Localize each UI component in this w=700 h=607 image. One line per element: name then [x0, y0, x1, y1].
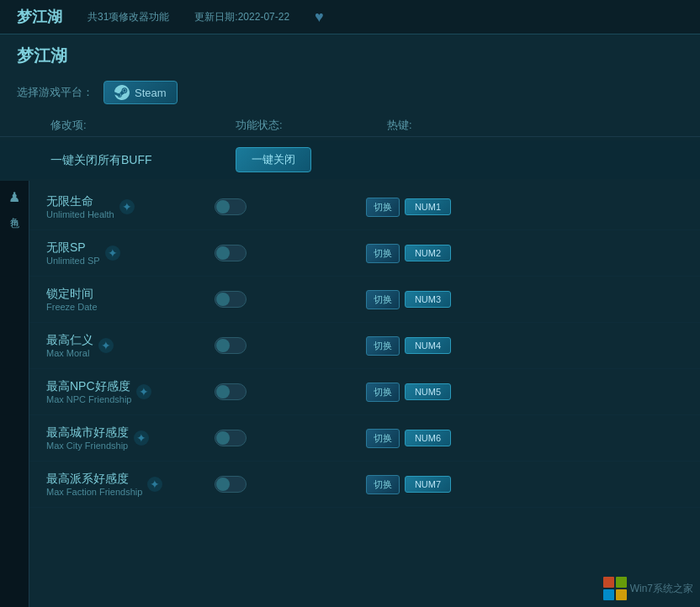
item-zh-name: 最高NPC好感度	[46, 379, 131, 394]
platform-label: 选择游戏平台：	[17, 85, 93, 100]
toggle-switch[interactable]	[215, 245, 247, 261]
table-header: 修改项: 功能状态: 热键:	[0, 111, 700, 137]
toggle-switch[interactable]	[215, 337, 247, 354]
star-icon: ✦	[98, 338, 114, 353]
steam-icon	[114, 85, 130, 100]
items-list: 无限生命 Unlimited Health ✦ 切换 NUM1 无限SP Unl…	[29, 181, 700, 607]
item-name-col: 最高城市好感度 Max City Friendship ✦	[46, 425, 215, 451]
item-hotkey-col: 切换 NUM1	[366, 198, 683, 217]
item-toggle-col	[215, 337, 366, 354]
main-content: ♟ 角色 无限生命 Unlimited Health ✦ 切换 NUM1 无限	[0, 181, 700, 607]
steam-btn-label: Steam	[135, 87, 167, 99]
svg-rect-1	[616, 577, 627, 588]
toggle-switch[interactable]	[215, 430, 247, 446]
item-zh-name: 最高仁义	[46, 333, 93, 348]
item-toggle-col	[215, 198, 366, 215]
table-row: 无限生命 Unlimited Health ✦ 切换 NUM1	[29, 184, 700, 230]
svg-rect-3	[616, 589, 627, 600]
table-row: 锁定时间 Freeze Date 切换 NUM3	[29, 277, 700, 323]
svg-rect-0	[603, 577, 614, 588]
item-name-col: 锁定时间 Freeze Date	[46, 287, 215, 312]
top-bar-title: 梦江湖	[17, 7, 62, 27]
item-en-name: Freeze Date	[46, 302, 98, 312]
toggle-switch[interactable]	[215, 291, 247, 308]
item-name-col: 最高NPC好感度 Max NPC Friendship ✦	[46, 379, 215, 404]
hotkey-switch-button[interactable]: 切换	[366, 429, 400, 448]
buff-label: 一键关闭所有BUFF	[50, 153, 152, 166]
page-title: 梦江湖	[17, 46, 67, 65]
col-header-name: 修改项:	[50, 118, 236, 133]
item-zh-name: 最高城市好感度	[46, 425, 129, 441]
star-icon: ✦	[134, 430, 149, 446]
item-toggle-col	[215, 383, 366, 400]
table-row: 最高仁义 Max Moral ✦ 切换 NUM4	[29, 323, 700, 369]
item-zh-name: 无限SP	[46, 240, 100, 256]
star-icon: ✦	[105, 245, 120, 261]
item-en-name: Max City Friendship	[46, 441, 129, 451]
top-bar-meta2: 更新日期:2022-07-22	[194, 10, 289, 24]
item-name-col: 无限生命 Unlimited Health ✦	[46, 194, 215, 219]
win7-logo-icon	[603, 577, 627, 600]
item-hotkey-col: 切换 NUM4	[366, 336, 683, 356]
table-row: 最高NPC好感度 Max NPC Friendship ✦ 切换 NUM5	[29, 369, 700, 415]
watermark: Win7系统之家	[603, 577, 693, 600]
table-row: 最高派系好感度 Max Faction Friendship ✦ 切换 NUM7	[29, 462, 700, 508]
hotkey-switch-button[interactable]: 切换	[366, 336, 400, 356]
hotkey-key-button[interactable]: NUM1	[405, 198, 451, 215]
hotkey-switch-button[interactable]: 切换	[366, 198, 400, 217]
col-header-status: 功能状态:	[236, 118, 387, 133]
star-icon: ✦	[119, 199, 135, 214]
toggle-switch[interactable]	[215, 383, 247, 400]
col-header-hotkey: 热键:	[387, 118, 683, 133]
item-en-name: Max Faction Friendship	[46, 487, 142, 497]
item-toggle-col	[215, 430, 366, 446]
item-toggle-col	[215, 245, 366, 261]
item-hotkey-col: 切换 NUM2	[366, 244, 683, 263]
item-name-col: 最高派系好感度 Max Faction Friendship ✦	[46, 472, 215, 497]
item-en-name: Unlimited SP	[46, 256, 100, 266]
item-zh-name: 锁定时间	[46, 287, 98, 302]
top-bar-meta1: 共31项修改器功能	[88, 10, 169, 24]
hotkey-key-button[interactable]: NUM5	[405, 383, 451, 400]
svg-rect-2	[603, 589, 614, 600]
star-icon: ✦	[147, 477, 162, 492]
sidebar-label: 角色	[8, 210, 21, 214]
character-icon: ♟	[8, 189, 20, 205]
page-header: 梦江湖	[0, 34, 700, 74]
hotkey-switch-button[interactable]: 切换	[366, 244, 400, 263]
hotkey-key-button[interactable]: NUM4	[405, 337, 451, 354]
item-hotkey-col: 切换 NUM5	[366, 383, 683, 402]
top-bar: 梦江湖 共31项修改器功能 更新日期:2022-07-22 ♥	[0, 0, 700, 34]
watermark-text: Win7系统之家	[630, 582, 693, 596]
item-hotkey-col: 切换 NUM7	[366, 475, 683, 494]
toggle-switch[interactable]	[215, 476, 247, 493]
item-en-name: Unlimited Health	[46, 209, 114, 219]
hotkey-switch-button[interactable]: 切换	[366, 383, 400, 402]
buff-close-button[interactable]: 一键关闭	[236, 147, 311, 172]
hotkey-key-button[interactable]: NUM3	[405, 291, 451, 308]
hotkey-key-button[interactable]: NUM6	[405, 430, 451, 446]
hotkey-key-button[interactable]: NUM7	[405, 476, 451, 493]
item-name-col: 最高仁义 Max Moral ✦	[46, 333, 215, 358]
item-hotkey-col: 切换 NUM6	[366, 429, 683, 448]
sidebar: ♟ 角色	[0, 181, 29, 607]
item-toggle-col	[215, 291, 366, 308]
table-row: 无限SP Unlimited SP ✦ 切换 NUM2	[29, 230, 700, 277]
item-zh-name: 最高派系好感度	[46, 472, 142, 487]
item-hotkey-col: 切换 NUM3	[366, 290, 683, 309]
toggle-switch[interactable]	[215, 198, 247, 215]
item-toggle-col	[215, 476, 366, 493]
buff-row: 一键关闭所有BUFF 一键关闭	[0, 140, 700, 179]
hotkey-key-button[interactable]: NUM2	[405, 245, 451, 261]
item-zh-name: 无限生命	[46, 194, 114, 209]
item-en-name: Max Moral	[46, 348, 93, 358]
star-icon: ✦	[136, 384, 151, 399]
hotkey-switch-button[interactable]: 切换	[366, 290, 400, 309]
steam-platform-button[interactable]: Steam	[103, 81, 178, 104]
platform-row: 选择游戏平台： Steam	[0, 74, 700, 111]
table-row: 最高城市好感度 Max City Friendship ✦ 切换 NUM6	[29, 415, 700, 462]
favorite-icon[interactable]: ♥	[315, 8, 324, 26]
item-en-name: Max NPC Friendship	[46, 394, 131, 404]
hotkey-switch-button[interactable]: 切换	[366, 475, 400, 494]
item-name-col: 无限SP Unlimited SP ✦	[46, 240, 215, 266]
